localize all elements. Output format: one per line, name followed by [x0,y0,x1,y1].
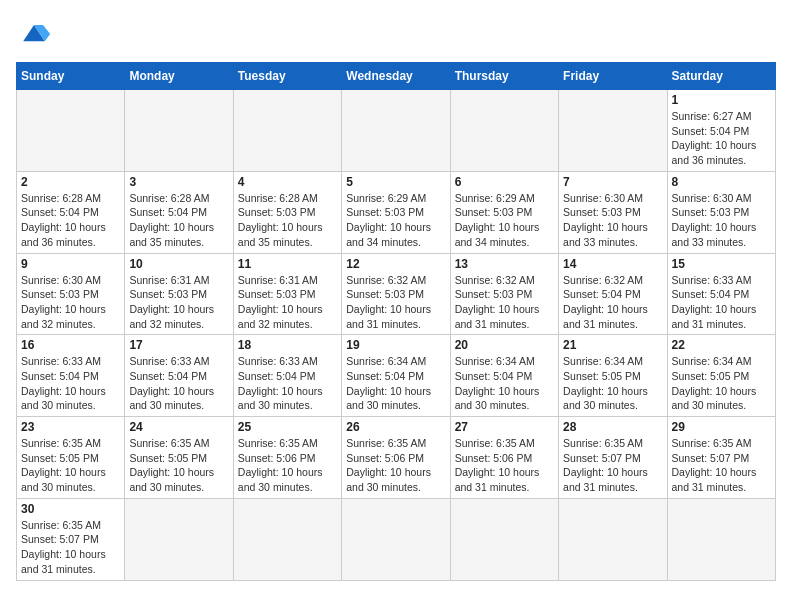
calendar-cell: 21Sunrise: 6:34 AM Sunset: 5:05 PM Dayli… [559,335,667,417]
day-number: 11 [238,257,337,271]
calendar-cell: 5Sunrise: 6:29 AM Sunset: 5:03 PM Daylig… [342,171,450,253]
calendar-cell: 24Sunrise: 6:35 AM Sunset: 5:05 PM Dayli… [125,417,233,499]
calendar-cell [125,90,233,172]
day-number: 6 [455,175,554,189]
calendar-cell: 15Sunrise: 6:33 AM Sunset: 5:04 PM Dayli… [667,253,775,335]
calendar-cell [559,498,667,580]
calendar-cell: 17Sunrise: 6:33 AM Sunset: 5:04 PM Dayli… [125,335,233,417]
day-info: Sunrise: 6:35 AM Sunset: 5:07 PM Dayligh… [21,518,120,577]
calendar-cell [559,90,667,172]
calendar-cell: 22Sunrise: 6:34 AM Sunset: 5:05 PM Dayli… [667,335,775,417]
weekday-header-monday: Monday [125,63,233,90]
calendar-cell [450,498,558,580]
calendar-cell: 9Sunrise: 6:30 AM Sunset: 5:03 PM Daylig… [17,253,125,335]
day-info: Sunrise: 6:35 AM Sunset: 5:05 PM Dayligh… [129,436,228,495]
calendar-week-row: 1Sunrise: 6:27 AM Sunset: 5:04 PM Daylig… [17,90,776,172]
calendar-cell: 18Sunrise: 6:33 AM Sunset: 5:04 PM Dayli… [233,335,341,417]
day-info: Sunrise: 6:34 AM Sunset: 5:04 PM Dayligh… [346,354,445,413]
day-info: Sunrise: 6:35 AM Sunset: 5:06 PM Dayligh… [455,436,554,495]
calendar-cell: 7Sunrise: 6:30 AM Sunset: 5:03 PM Daylig… [559,171,667,253]
day-number: 5 [346,175,445,189]
calendar-week-row: 9Sunrise: 6:30 AM Sunset: 5:03 PM Daylig… [17,253,776,335]
day-info: Sunrise: 6:33 AM Sunset: 5:04 PM Dayligh… [21,354,120,413]
day-number: 14 [563,257,662,271]
calendar-cell: 11Sunrise: 6:31 AM Sunset: 5:03 PM Dayli… [233,253,341,335]
logo-icon [16,16,52,52]
day-number: 3 [129,175,228,189]
calendar-cell: 27Sunrise: 6:35 AM Sunset: 5:06 PM Dayli… [450,417,558,499]
calendar-cell: 3Sunrise: 6:28 AM Sunset: 5:04 PM Daylig… [125,171,233,253]
day-info: Sunrise: 6:33 AM Sunset: 5:04 PM Dayligh… [672,273,771,332]
calendar-cell: 16Sunrise: 6:33 AM Sunset: 5:04 PM Dayli… [17,335,125,417]
weekday-header-tuesday: Tuesday [233,63,341,90]
calendar-cell [125,498,233,580]
day-info: Sunrise: 6:30 AM Sunset: 5:03 PM Dayligh… [672,191,771,250]
day-number: 23 [21,420,120,434]
day-number: 24 [129,420,228,434]
day-info: Sunrise: 6:34 AM Sunset: 5:05 PM Dayligh… [672,354,771,413]
day-info: Sunrise: 6:30 AM Sunset: 5:03 PM Dayligh… [21,273,120,332]
weekday-header-thursday: Thursday [450,63,558,90]
day-number: 30 [21,502,120,516]
day-info: Sunrise: 6:35 AM Sunset: 5:05 PM Dayligh… [21,436,120,495]
day-info: Sunrise: 6:31 AM Sunset: 5:03 PM Dayligh… [238,273,337,332]
calendar-cell: 6Sunrise: 6:29 AM Sunset: 5:03 PM Daylig… [450,171,558,253]
calendar-week-row: 16Sunrise: 6:33 AM Sunset: 5:04 PM Dayli… [17,335,776,417]
calendar-cell: 4Sunrise: 6:28 AM Sunset: 5:03 PM Daylig… [233,171,341,253]
day-number: 28 [563,420,662,434]
day-number: 8 [672,175,771,189]
weekday-header-sunday: Sunday [17,63,125,90]
day-info: Sunrise: 6:28 AM Sunset: 5:04 PM Dayligh… [129,191,228,250]
day-number: 19 [346,338,445,352]
calendar-cell [450,90,558,172]
calendar-cell [342,90,450,172]
day-info: Sunrise: 6:34 AM Sunset: 5:04 PM Dayligh… [455,354,554,413]
day-number: 27 [455,420,554,434]
day-number: 4 [238,175,337,189]
calendar-cell: 20Sunrise: 6:34 AM Sunset: 5:04 PM Dayli… [450,335,558,417]
day-number: 21 [563,338,662,352]
day-number: 10 [129,257,228,271]
day-number: 22 [672,338,771,352]
calendar-cell: 12Sunrise: 6:32 AM Sunset: 5:03 PM Dayli… [342,253,450,335]
day-info: Sunrise: 6:33 AM Sunset: 5:04 PM Dayligh… [238,354,337,413]
day-number: 9 [21,257,120,271]
calendar-cell: 10Sunrise: 6:31 AM Sunset: 5:03 PM Dayli… [125,253,233,335]
header [16,16,776,52]
calendar-cell: 26Sunrise: 6:35 AM Sunset: 5:06 PM Dayli… [342,417,450,499]
calendar-cell [17,90,125,172]
calendar-cell: 28Sunrise: 6:35 AM Sunset: 5:07 PM Dayli… [559,417,667,499]
calendar-cell: 8Sunrise: 6:30 AM Sunset: 5:03 PM Daylig… [667,171,775,253]
day-info: Sunrise: 6:32 AM Sunset: 5:04 PM Dayligh… [563,273,662,332]
day-info: Sunrise: 6:35 AM Sunset: 5:06 PM Dayligh… [238,436,337,495]
calendar-cell: 25Sunrise: 6:35 AM Sunset: 5:06 PM Dayli… [233,417,341,499]
day-info: Sunrise: 6:29 AM Sunset: 5:03 PM Dayligh… [346,191,445,250]
day-number: 29 [672,420,771,434]
calendar-cell [342,498,450,580]
day-number: 7 [563,175,662,189]
day-number: 26 [346,420,445,434]
day-number: 2 [21,175,120,189]
calendar-cell: 30Sunrise: 6:35 AM Sunset: 5:07 PM Dayli… [17,498,125,580]
day-number: 25 [238,420,337,434]
calendar-cell: 14Sunrise: 6:32 AM Sunset: 5:04 PM Dayli… [559,253,667,335]
calendar-cell: 1Sunrise: 6:27 AM Sunset: 5:04 PM Daylig… [667,90,775,172]
day-number: 13 [455,257,554,271]
calendar-cell: 23Sunrise: 6:35 AM Sunset: 5:05 PM Dayli… [17,417,125,499]
calendar-cell: 19Sunrise: 6:34 AM Sunset: 5:04 PM Dayli… [342,335,450,417]
day-info: Sunrise: 6:34 AM Sunset: 5:05 PM Dayligh… [563,354,662,413]
calendar-week-row: 30Sunrise: 6:35 AM Sunset: 5:07 PM Dayli… [17,498,776,580]
weekday-header-saturday: Saturday [667,63,775,90]
day-number: 16 [21,338,120,352]
calendar-cell: 13Sunrise: 6:32 AM Sunset: 5:03 PM Dayli… [450,253,558,335]
calendar-week-row: 23Sunrise: 6:35 AM Sunset: 5:05 PM Dayli… [17,417,776,499]
day-number: 18 [238,338,337,352]
calendar: SundayMondayTuesdayWednesdayThursdayFrid… [16,62,776,581]
day-number: 17 [129,338,228,352]
day-number: 12 [346,257,445,271]
calendar-cell [233,90,341,172]
calendar-cell [667,498,775,580]
day-info: Sunrise: 6:31 AM Sunset: 5:03 PM Dayligh… [129,273,228,332]
day-info: Sunrise: 6:35 AM Sunset: 5:07 PM Dayligh… [672,436,771,495]
day-number: 15 [672,257,771,271]
